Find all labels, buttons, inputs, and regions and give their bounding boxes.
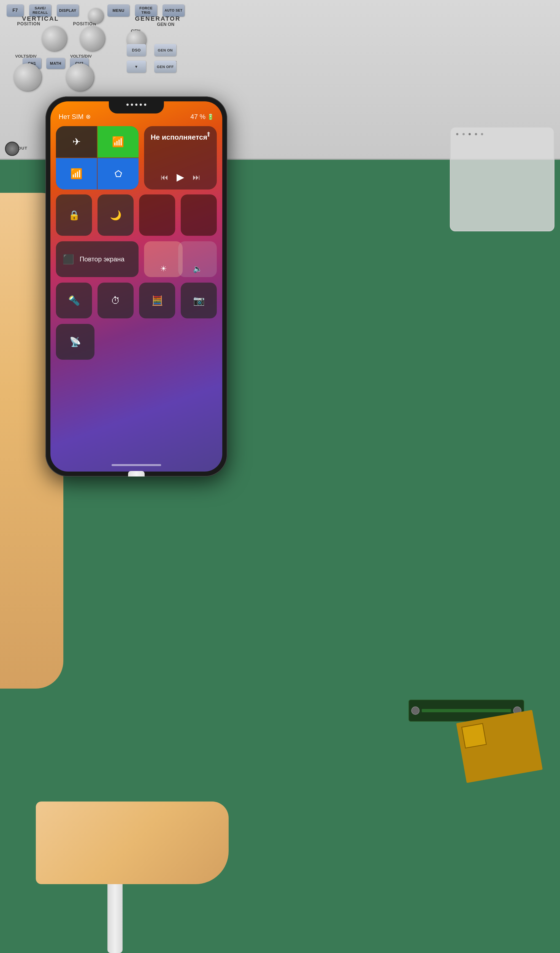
moon-icon: 🌙: [110, 210, 121, 220]
camera-button[interactable]: 📷: [181, 282, 217, 318]
flashlight-button[interactable]: 🔦: [56, 282, 92, 318]
osc-position2-knob[interactable]: [80, 26, 105, 51]
unknown-button-1[interactable]: [139, 194, 175, 236]
music-title: Не исполняется: [150, 133, 210, 142]
connectivity-grid: ✈ 📶 📶 ⬠: [56, 126, 138, 189]
airplane-icon: ✈: [73, 136, 81, 147]
iphone-dot: [144, 104, 146, 106]
osc-voltsdiv1-knob[interactable]: [14, 64, 41, 91]
portrait-lock-icon: 🔒: [68, 210, 80, 220]
unknown-button-2[interactable]: [181, 194, 217, 236]
nfc-icon: 📡: [70, 336, 81, 347]
control-row-3: 🔦 ⏱ 🧮 📷: [56, 282, 217, 318]
bluetooth-button[interactable]: ⬠: [98, 158, 138, 189]
iphone-dot: [131, 104, 133, 106]
home-indicator: [112, 464, 161, 466]
fastforward-button[interactable]: ⏭: [192, 173, 200, 182]
control-center: ✈ 📶 📶 ⬠ ⬆ Не исполняется: [56, 126, 217, 450]
iphone-dot: [140, 104, 142, 106]
osc-dso-button[interactable]: DSO: [127, 44, 146, 56]
volume-slider[interactable]: 🔈: [178, 241, 217, 277]
battery-icon: 🔋: [207, 113, 214, 120]
pcb-board-2: [456, 710, 543, 783]
iphone-device: Нет SIM ⊗ 47 % 🔋 ✈ 📶: [45, 96, 227, 476]
volume-icon: 🔈: [193, 264, 202, 273]
timer-button[interactable]: ⏱: [98, 282, 133, 318]
hotspot-icon: 📶: [112, 136, 124, 147]
iphone-notch-dots: [126, 104, 146, 106]
osc-menu-button[interactable]: MENU: [107, 5, 129, 17]
osc-f7-button[interactable]: F7: [6, 5, 24, 17]
pcb-area: [395, 700, 538, 788]
brightness-slider[interactable]: ☀: [144, 241, 183, 277]
wifi-icon: 📶: [70, 168, 83, 180]
control-row-2: 🔒 🌙: [56, 194, 217, 236]
do-not-disturb-button[interactable]: 🌙: [98, 194, 133, 236]
brightness-icon: ☀: [160, 264, 167, 273]
camera-icon: 📷: [193, 295, 205, 306]
wifi-button[interactable]: 📶: [56, 158, 97, 189]
flashlight-icon: 🔦: [68, 295, 80, 306]
screw-box: [450, 127, 554, 231]
osc-saverecall-button[interactable]: SAVE/ RECALL: [29, 5, 51, 17]
mirror-label: Повтор экрана: [80, 255, 124, 263]
lightning-cable: [128, 471, 144, 476]
airplane-mode-button[interactable]: ✈: [56, 126, 97, 158]
battery-percent: 47 %: [190, 113, 205, 121]
hand-bottom: [36, 801, 229, 884]
airplay-button[interactable]: ⬆: [206, 130, 211, 138]
play-button[interactable]: ▶: [177, 171, 184, 183]
osc-autoset-button[interactable]: AUTO SET: [163, 5, 185, 17]
rewind-button[interactable]: ⏮: [161, 173, 168, 182]
mirror-icon: ⬛: [62, 254, 74, 265]
no-sim-label: Нет SIM ⊗: [59, 113, 91, 121]
osc-genoff-button[interactable]: GEN OFF: [154, 61, 176, 73]
music-player: ⬆ Не исполняется ⏮ ▶ ⏭: [144, 126, 217, 189]
osc-bnc-connector: [5, 141, 19, 156]
iphone-screen: Нет SIM ⊗ 47 % 🔋 ✈ 📶: [50, 101, 222, 472]
bluetooth-icon: ⬠: [115, 169, 122, 179]
calculator-button[interactable]: 🧮: [139, 282, 175, 318]
nfc-button[interactable]: 📡: [56, 324, 95, 360]
no-sim-text: Нет SIM: [59, 113, 84, 121]
hotspot-button[interactable]: 📶: [98, 126, 138, 158]
osc-dso2-button[interactable]: ▼: [127, 61, 146, 73]
osc-position1-knob[interactable]: [42, 26, 67, 51]
iphone-dot: [126, 104, 129, 106]
osc-genon-button[interactable]: GEN ON: [154, 44, 176, 56]
osc-forcetrig-button[interactable]: FORCE TRIG: [135, 5, 157, 17]
no-sim-icon: ⊗: [86, 113, 91, 120]
timer-icon: ⏱: [111, 295, 120, 306]
osc-voltsdiv2-knob[interactable]: [66, 64, 94, 91]
osc-large-knob[interactable]: [88, 8, 103, 23]
osc-position1-label: POSITION: [17, 22, 40, 26]
osc-display-button[interactable]: DISPLAY: [57, 5, 79, 17]
calculator-icon: 🧮: [152, 295, 163, 306]
music-controls: ⏮ ▶ ⏭: [150, 171, 210, 183]
osc-math-button[interactable]: MATH: [46, 58, 65, 69]
iphone-notch: [109, 101, 164, 113]
screen-mirror-button[interactable]: ⬛ Повтор экрана: [56, 241, 138, 277]
portrait-lock-button[interactable]: 🔒: [56, 194, 92, 236]
iphone-dot: [135, 104, 138, 106]
status-right: 47 % 🔋: [190, 113, 214, 121]
osc-genon-label: GEN ON: [157, 22, 174, 27]
